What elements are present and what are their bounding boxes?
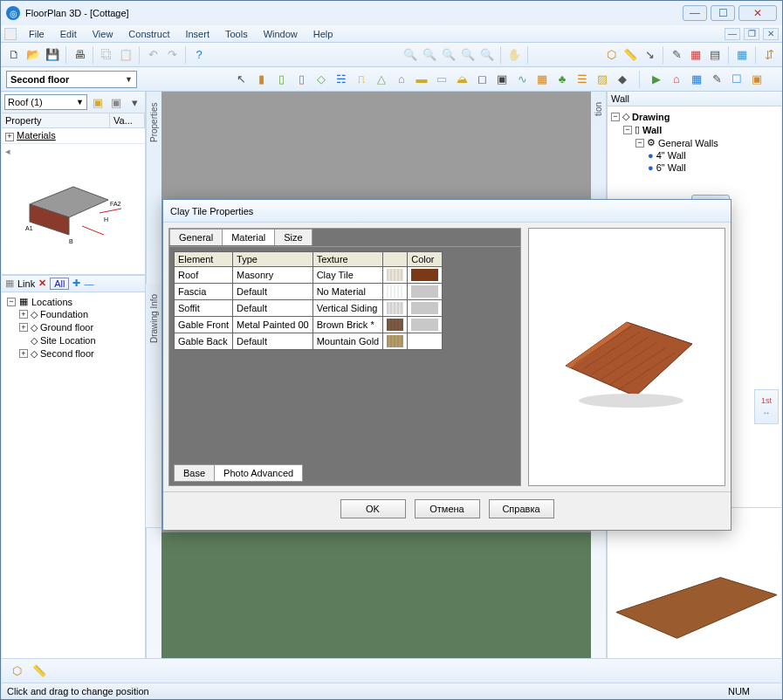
preset-icon[interactable]: ⇵ [760, 46, 778, 64]
tab-size[interactable]: Size [274, 229, 312, 245]
dialog-title[interactable]: Clay Tile Properties [163, 200, 731, 223]
expand-icon[interactable]: + [5, 133, 14, 141]
filter1-icon[interactable]: ▣ [91, 95, 105, 109]
symbol-icon[interactable]: ◻ [473, 71, 491, 88]
first-icon[interactable]: 1st [761, 396, 772, 405]
beam-icon[interactable]: △ [373, 71, 390, 88]
menu-edit[interactable]: Edit [53, 27, 84, 41]
box3d-icon[interactable]: ⬡ [602, 46, 620, 64]
table-row[interactable]: Gable BackDefaultMountain Gold [175, 333, 443, 350]
col-color[interactable]: Color [408, 252, 443, 267]
menu-insert[interactable]: Insert [178, 27, 216, 41]
tree-4-wall[interactable]: ● 4" Wall [611, 149, 778, 161]
walkthrough-icon[interactable]: ⌂ [668, 71, 685, 88]
grid-icon[interactable]: ▦ [733, 46, 751, 64]
view3d-icon[interactable]: ⬡ [8, 662, 25, 680]
vtab-drawing-info[interactable]: Drawing Info [146, 284, 161, 528]
copy-icon[interactable]: ⿻ [98, 46, 115, 64]
paste-icon[interactable]: 📋 [117, 46, 134, 64]
filter2-icon[interactable]: ▣ [109, 95, 123, 109]
tab-material[interactable]: Material [222, 229, 275, 245]
fence-icon[interactable]: ☰ [574, 71, 591, 88]
mdi-icon[interactable] [4, 28, 17, 40]
palette-icon[interactable]: ▦ [687, 46, 704, 64]
table-row[interactable]: Gable FrontMetal Painted 00Brown Brick * [175, 317, 443, 333]
terrain-icon[interactable]: ⛰ [453, 71, 470, 88]
second-icon[interactable]: ↔ [763, 408, 771, 417]
menu-tools[interactable]: Tools [218, 27, 255, 41]
ceiling-icon[interactable]: ▭ [433, 71, 450, 88]
value-col[interactable]: Va... [110, 113, 145, 127]
zoom-in-icon[interactable]: 🔍 [402, 46, 419, 64]
tab-general[interactable]: General [169, 229, 223, 245]
col-swatch[interactable] [383, 252, 408, 267]
zoom-extents-icon[interactable]: 🔍 [459, 46, 477, 64]
locations-tree[interactable]: − ▦ Locations +◇Foundation +◇Ground floo… [2, 292, 145, 683]
all-button[interactable]: All [50, 278, 69, 290]
tree-item-second[interactable]: +◇Second floor [5, 347, 141, 360]
column-icon[interactable]: ⎍ [353, 71, 370, 88]
tree-root[interactable]: − ▦ Locations [5, 296, 141, 308]
help-button[interactable]: Справка [489, 499, 554, 518]
window-icon[interactable]: ▯ [292, 71, 310, 88]
door-icon[interactable]: ▯ [272, 71, 290, 88]
close-button[interactable]: ✕ [738, 5, 777, 21]
tree-wall[interactable]: − ▯ Wall [611, 123, 778, 136]
object-combo[interactable]: Roof (1) ▼ [4, 94, 87, 110]
collapse-icon[interactable]: − [7, 298, 16, 306]
menu-window[interactable]: Window [257, 27, 305, 41]
filter3-icon[interactable]: ▾ [127, 95, 141, 109]
undo-icon[interactable]: ↶ [144, 46, 161, 64]
camera-icon[interactable]: ▣ [493, 71, 511, 88]
btab-photo[interactable]: Photo Advanced [214, 464, 303, 482]
tree-item-ground[interactable]: +◇Ground floor [5, 321, 141, 334]
floor-combo[interactable]: Second floor ▼ [6, 71, 137, 88]
deck-icon[interactable]: ▦ [533, 71, 551, 88]
print-icon[interactable]: 🖶 [71, 46, 88, 64]
measure-icon[interactable]: 📏 [622, 46, 639, 64]
roof-icon[interactable]: ⌂ [393, 71, 410, 88]
redo-icon[interactable]: ↷ [163, 46, 181, 64]
table-row[interactable]: FasciaDefaultNo Material [175, 284, 443, 300]
remove-icon[interactable]: — [84, 278, 93, 289]
render3-icon[interactable]: ✎ [708, 71, 725, 88]
mdi-restore-button[interactable]: ❐ [744, 28, 759, 40]
table-row[interactable]: SoffitDefaultVertical Siding [175, 300, 443, 317]
arrow-tool-icon[interactable]: ↘ [641, 46, 658, 64]
tree-general-walls[interactable]: − ⚙ General Walls [611, 136, 778, 149]
paint-icon[interactable]: ✎ [668, 46, 685, 64]
material-table[interactable]: Element Type Texture Color RoofMasonryCl… [174, 251, 443, 350]
mdi-close-button[interactable]: ✕ [763, 28, 779, 40]
render4-icon[interactable]: ☐ [728, 71, 745, 88]
ok-button[interactable]: OK [340, 499, 406, 518]
btab-base[interactable]: Base [174, 464, 215, 482]
menu-construct[interactable]: Construct [121, 27, 176, 41]
path-icon[interactable]: ∿ [513, 71, 531, 88]
tree-drawing[interactable]: − ◇ Drawing [611, 110, 778, 123]
stairs-icon[interactable]: ☵ [333, 71, 350, 88]
minimize-button[interactable]: — [683, 5, 707, 21]
cancel-button[interactable]: Отмена [415, 499, 480, 518]
pointer-icon[interactable]: ↖ [232, 71, 250, 88]
col-texture[interactable]: Texture [313, 252, 383, 267]
col-element[interactable]: Element [175, 252, 233, 267]
titlebar[interactable]: ◎ FloorPlan 3D - [Cottage] — ☐ ✕ [1, 1, 782, 25]
tree-icon[interactable]: ♣ [553, 71, 571, 88]
chevron-left-icon[interactable]: ◂ [5, 146, 10, 157]
add-icon[interactable]: ✚ [72, 278, 80, 289]
save-icon[interactable]: 💾 [44, 46, 61, 64]
tree-6-wall[interactable]: ● 6" Wall [611, 161, 778, 174]
col-type[interactable]: Type [233, 252, 313, 267]
delete-icon[interactable]: ✕ [38, 278, 46, 289]
tree-item-foundation[interactable]: +◇Foundation [5, 308, 141, 321]
property-col[interactable]: Property [2, 113, 110, 127]
render2-icon[interactable]: ▦ [688, 71, 705, 88]
menu-view[interactable]: View [86, 27, 120, 41]
hedge-icon[interactable]: ▨ [594, 71, 611, 88]
new-icon[interactable]: 🗋 [5, 46, 23, 64]
zoom-out-icon[interactable]: 🔍 [421, 46, 438, 64]
slab-icon[interactable]: ▬ [413, 71, 430, 88]
hatch-icon[interactable]: ◆ [614, 71, 631, 88]
wall-icon[interactable]: ▮ [252, 71, 270, 88]
render5-icon[interactable]: ▣ [748, 71, 766, 88]
